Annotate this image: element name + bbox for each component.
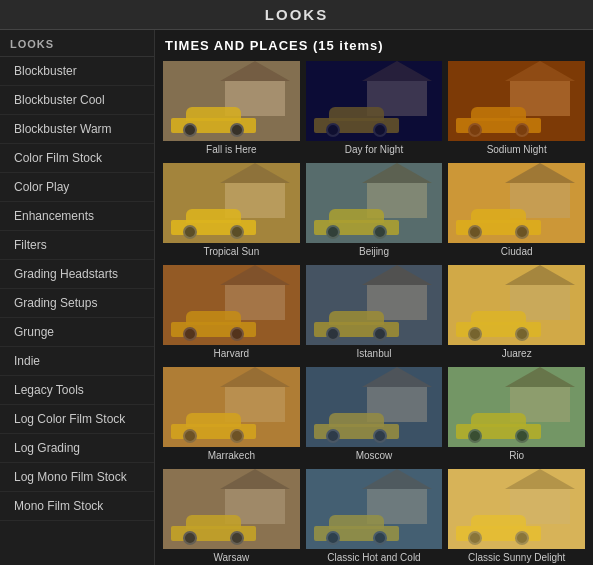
looks-grid-item[interactable]: Istanbul [306,265,443,361]
looks-grid-item[interactable]: Moscow [306,367,443,463]
looks-item-label: Moscow [306,447,443,463]
main-layout: LOOKS BlockbusterBlockbuster CoolBlockbu… [0,30,593,565]
looks-grid-item[interactable]: Tropical Sun [163,163,300,259]
sidebar-item-filters[interactable]: Filters [0,231,154,260]
looks-grid-item[interactable]: Ciudad [448,163,585,259]
looks-item-label: Harvard [163,345,300,361]
looks-item-label: Marrakech [163,447,300,463]
looks-grid-item[interactable]: Juarez [448,265,585,361]
content-panel[interactable]: TIMES AND PLACES (15 items) Fall is Here… [155,30,593,565]
sidebar-item-color-play[interactable]: Color Play [0,173,154,202]
looks-item-label: Beijing [306,243,443,259]
sidebar-item-blockbuster[interactable]: Blockbuster [0,57,154,86]
looks-item-label: Day for Night [306,141,443,157]
looks-item-label: Juarez [448,345,585,361]
sidebar-item-log-mono-film-stock[interactable]: Log Mono Film Stock [0,463,154,492]
looks-grid-item[interactable]: Classic Sunny Delight [448,469,585,565]
looks-item-label: Tropical Sun [163,243,300,259]
sidebar-item-legacy-tools[interactable]: Legacy Tools [0,376,154,405]
looks-item-label: Fall is Here [163,141,300,157]
sidebar-item-enhancements[interactable]: Enhancements [0,202,154,231]
looks-item-label: Istanbul [306,345,443,361]
content-title: TIMES AND PLACES (15 items) [163,38,585,53]
sidebar-item-grunge[interactable]: Grunge [0,318,154,347]
sidebar-item-log-grading[interactable]: Log Grading [0,434,154,463]
looks-item-label: Sodium Night [448,141,585,157]
looks-grid-item[interactable]: Fall is Here [163,61,300,157]
looks-grid-item[interactable]: Marrakech [163,367,300,463]
sidebar-item-color-film-stock[interactable]: Color Film Stock [0,144,154,173]
looks-grid-item[interactable]: Harvard [163,265,300,361]
looks-grid-item[interactable]: Warsaw [163,469,300,565]
looks-grid-item[interactable]: Classic Hot and Cold [306,469,443,565]
looks-grid-item[interactable]: Rio [448,367,585,463]
sidebar-item-blockbuster-cool[interactable]: Blockbuster Cool [0,86,154,115]
looks-grid-item[interactable]: Beijing [306,163,443,259]
sidebar-item-grading-setups[interactable]: Grading Setups [0,289,154,318]
sidebar-item-log-color-film-stock[interactable]: Log Color Film Stock [0,405,154,434]
sidebar-item-indie[interactable]: Indie [0,347,154,376]
looks-item-label: Rio [448,447,585,463]
sidebar-item-grading-headstarts[interactable]: Grading Headstarts [0,260,154,289]
looks-item-label: Classic Hot and Cold [306,549,443,565]
app-header: LOOKS [0,0,593,30]
looks-item-label: Classic Sunny Delight [448,549,585,565]
sidebar: LOOKS BlockbusterBlockbuster CoolBlockbu… [0,30,155,565]
looks-item-label: Warsaw [163,549,300,565]
looks-item-label: Ciudad [448,243,585,259]
sidebar-item-mono-film-stock[interactable]: Mono Film Stock [0,492,154,521]
app-title: LOOKS [0,6,593,23]
looks-grid-item[interactable]: Sodium Night [448,61,585,157]
looks-grid-item[interactable]: Day for Night [306,61,443,157]
sidebar-section-label: LOOKS [0,30,154,57]
sidebar-item-blockbuster-warm[interactable]: Blockbuster Warm [0,115,154,144]
looks-grid: Fall is Here Day for Night Sodium Night … [163,61,585,565]
